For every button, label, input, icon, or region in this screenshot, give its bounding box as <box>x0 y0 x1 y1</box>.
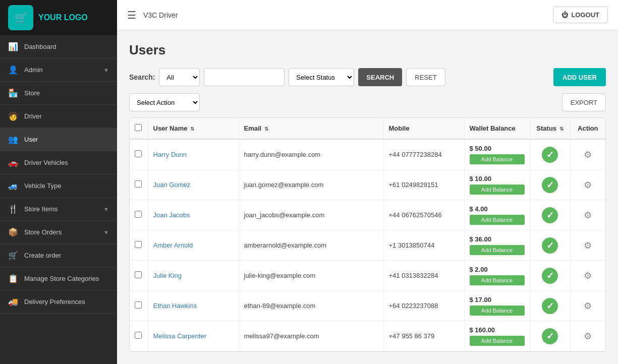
add-balance-button-4[interactable]: Add Balance <box>470 245 525 255</box>
row-mobile-1: +44 07777238284 <box>383 139 464 170</box>
sort-status-icon[interactable]: ⇅ <box>559 126 564 132</box>
sidebar-item-delivery-preferences[interactable]: 🚚 Delivery Preferences <box>0 290 117 314</box>
action-gear-6[interactable]: ⚙ <box>576 300 601 312</box>
row-checkbox-input-1[interactable] <box>135 150 142 157</box>
th-username: User Name ⇅ <box>148 118 239 139</box>
search-label: Search: <box>129 73 155 81</box>
wallet-amount-7: $ 160.00 <box>470 326 525 334</box>
action-gear-5[interactable]: ⚙ <box>576 270 601 281</box>
search-filter-select[interactable]: All Name Email Mobile <box>159 68 200 86</box>
nav-icon-manage-store-categories: 📋 <box>8 274 18 283</box>
sidebar-item-store-orders[interactable]: 📦 Store Orders ▼ <box>0 221 117 244</box>
nav-icon-admin: 👤 <box>8 65 18 75</box>
row-checkbox-input-3[interactable] <box>135 211 142 218</box>
add-balance-button-1[interactable]: Add Balance <box>470 154 525 164</box>
select-all-checkbox[interactable] <box>135 124 142 131</box>
nav-label-store-items: Store Items <box>24 205 97 213</box>
sidebar-item-vehicle-type[interactable]: 🚙 Vehicle Type <box>0 174 117 198</box>
add-balance-button-7[interactable]: Add Balance <box>470 336 525 346</box>
status-check-2: ✓ <box>546 179 554 191</box>
row-username-2: Juan Gomez <box>148 170 239 200</box>
row-checkbox-input-5[interactable] <box>135 271 142 278</box>
row-mobile-4: +1 3013850744 <box>383 230 464 261</box>
row-action-6: ⚙ <box>570 291 605 321</box>
wallet-amount-2: $ 10.00 <box>470 175 525 183</box>
sidebar-item-user[interactable]: 👥 User <box>0 128 117 151</box>
row-checkbox-input-2[interactable] <box>135 180 142 188</box>
row-status-7: ✓ <box>530 321 570 351</box>
search-button[interactable]: SEARCH <box>358 68 402 86</box>
row-username-1: Harry Dunn <box>148 139 239 170</box>
nav-icon-driver: 🧑 <box>8 111 18 121</box>
page-title: Users <box>129 42 606 58</box>
nav-icon-driver-vehicles: 🚗 <box>8 158 18 167</box>
user-link-3[interactable]: Joan Jacobs <box>153 211 190 219</box>
status-check-3: ✓ <box>546 210 554 221</box>
add-user-button[interactable]: ADD USER <box>553 68 606 86</box>
status-icon-3[interactable]: ✓ <box>542 207 558 223</box>
status-icon-6[interactable]: ✓ <box>542 298 558 314</box>
row-checkbox-input-4[interactable] <box>135 241 142 248</box>
status-icon-4[interactable]: ✓ <box>542 237 558 254</box>
row-checkbox-input-7[interactable] <box>135 332 142 339</box>
search-status-select[interactable]: Select Status Active Inactive <box>289 68 354 86</box>
reset-button[interactable]: RESET <box>406 68 445 86</box>
action-gear-3[interactable]: ⚙ <box>576 210 601 221</box>
status-icon-7[interactable]: ✓ <box>542 328 558 344</box>
sidebar-item-store[interactable]: 🏪 Store <box>0 82 117 105</box>
nav-icon-store-orders: 📦 <box>8 227 18 237</box>
export-button[interactable]: EXPORT <box>562 93 606 111</box>
status-icon-1[interactable]: ✓ <box>542 147 558 163</box>
row-wallet-7: $ 160.00 Add Balance <box>464 321 530 351</box>
row-email-7: melissa97@example.com <box>239 321 383 351</box>
row-action-7: ⚙ <box>570 321 605 351</box>
status-icon-2[interactable]: ✓ <box>542 177 558 193</box>
table-row: Joan Jacobs joan_jacobs@example.com +44 … <box>130 200 605 230</box>
add-balance-button-2[interactable]: Add Balance <box>470 185 525 195</box>
add-balance-button-6[interactable]: Add Balance <box>470 306 525 316</box>
header: ☰ V3C Driver ⏻ LOGOUT <box>117 0 618 30</box>
sidebar-item-manage-store-categories[interactable]: 📋 Manage Store Categories <box>0 267 117 290</box>
sidebar-item-driver[interactable]: 🧑 Driver <box>0 105 117 128</box>
row-action-2: ⚙ <box>570 170 605 200</box>
action-gear-1[interactable]: ⚙ <box>576 149 601 160</box>
logout-button[interactable]: ⏻ LOGOUT <box>553 7 608 23</box>
user-link-1[interactable]: Harry Dunn <box>153 151 187 158</box>
action-select[interactable]: Select Action Delete Activate Deactivate <box>129 93 200 111</box>
row-wallet-3: $ 4.00 Add Balance <box>464 200 530 230</box>
status-check-4: ✓ <box>546 240 554 251</box>
logo-icon <box>8 5 33 30</box>
table-body: Harry Dunn harry.dunn@example.com +44 07… <box>130 139 605 351</box>
action-gear-7[interactable]: ⚙ <box>576 331 601 342</box>
user-link-7[interactable]: Melissa Carpenter <box>153 332 207 340</box>
user-link-2[interactable]: Juan Gomez <box>153 181 191 189</box>
row-checkbox-input-6[interactable] <box>135 301 142 309</box>
user-link-4[interactable]: Amber Arnold <box>153 241 193 249</box>
sort-email-icon[interactable]: ⇅ <box>264 126 268 132</box>
row-email-5: julie-king@example.com <box>239 261 383 291</box>
wallet-amount-1: $ 50.00 <box>470 145 525 152</box>
user-link-5[interactable]: Julie King <box>153 272 182 279</box>
nav-label-create-order: Create order <box>24 252 109 259</box>
nav-label-driver-vehicles: Driver Vehicles <box>24 159 109 166</box>
action-gear-4[interactable]: ⚙ <box>576 240 601 251</box>
add-balance-button-5[interactable]: Add Balance <box>470 275 525 285</box>
nav-label-delivery-preferences: Delivery Preferences <box>24 298 109 306</box>
sidebar-item-store-items[interactable]: 🍴 Store Items ▼ <box>0 198 117 221</box>
search-input[interactable] <box>204 68 285 86</box>
sort-username-icon[interactable]: ⇅ <box>190 126 194 132</box>
menu-icon[interactable]: ☰ <box>127 9 136 21</box>
user-link-6[interactable]: Ethan Hawkins <box>153 302 197 310</box>
add-balance-button-3[interactable]: Add Balance <box>470 215 525 225</box>
chevron-icon-store-orders: ▼ <box>103 229 109 235</box>
action-gear-2[interactable]: ⚙ <box>576 179 601 191</box>
sidebar-item-create-order[interactable]: 🛒 Create order <box>0 244 117 267</box>
row-mobile-6: +64 0223237088 <box>383 291 464 321</box>
sidebar-item-driver-vehicles[interactable]: 🚗 Driver Vehicles <box>0 151 117 174</box>
th-mobile: Mobile <box>383 118 464 139</box>
sidebar-item-admin[interactable]: 👤 Admin ▼ <box>0 58 117 82</box>
th-wallet: Wallet Balance <box>464 118 530 139</box>
sidebar-item-dashboard[interactable]: 📊 Dashboard <box>0 35 117 58</box>
status-icon-5[interactable]: ✓ <box>542 268 558 284</box>
table-row: Melissa Carpenter melissa97@example.com … <box>130 321 605 351</box>
